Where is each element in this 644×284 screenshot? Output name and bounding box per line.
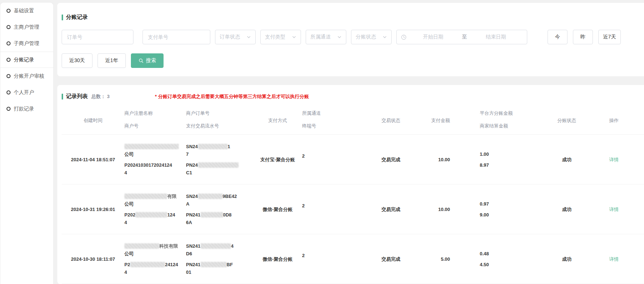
order-prefix: SN24	[186, 144, 198, 149]
last7days-button[interactable]: 近7天	[598, 30, 621, 44]
table-header: 创建时间 商户注册名称 商户号 商户订单号 支付交易流水号 支付方式 所属通道 …	[62, 106, 644, 135]
order-suffix: 9BE42	[223, 194, 237, 199]
terminal-value: 2	[302, 153, 305, 159]
sidebar-item-personal-account[interactable]: 个人开户	[0, 84, 53, 101]
search-icon	[139, 58, 144, 63]
pay-method-cell: 微信-聚合分账	[253, 206, 302, 213]
today-button[interactable]: 今	[548, 30, 567, 44]
split-status-cell: 成功	[540, 206, 594, 213]
main-content: 分账记录 订单状态 支付类型 所属通道 分账状态	[57, 0, 644, 284]
redacted-text	[130, 262, 165, 267]
filter-row-1: 订单状态 支付类型 所属通道 分账状态	[62, 30, 644, 44]
sidebar-item-split-account-review[interactable]: 分账开户审核	[0, 68, 53, 84]
detail-link[interactable]: 详情	[609, 157, 619, 162]
split-note: * 分账订单交易完成之后需要大概五分钟等第三方结算之后才可以执行分账	[155, 93, 309, 100]
sidebar-item-label: 分账开户审核	[14, 73, 44, 80]
redacted-text	[124, 194, 167, 199]
col-order-no: 商户订单号	[186, 110, 253, 117]
channel-select[interactable]: 所属通道	[306, 30, 346, 44]
date-range-picker[interactable]: 开始日期 至 结束日期	[396, 30, 527, 44]
col-merchant-settle: 商家结算金额	[480, 123, 540, 129]
chevron-down-icon	[247, 35, 251, 39]
order-suffix: 1	[228, 144, 230, 149]
platform-split-value: 0.48	[480, 250, 540, 257]
sidebar-item-base-settings[interactable]: 基础设置	[0, 3, 53, 19]
table-row: 2024-11-04 18:51:07 公司 P2024103017202412…	[62, 135, 644, 184]
select-value: 所属通道	[310, 34, 331, 40]
flow-suffix: BF	[227, 262, 233, 267]
app-root: 基础设置 主商户管理 子商户管理 分账记录 分账开户审核 个人开户 打款记录	[0, 0, 644, 284]
merchant-name-line2: 公司	[124, 250, 186, 257]
accent-bar	[62, 15, 63, 20]
redacted-text	[198, 194, 223, 199]
flow-line2: 01	[186, 268, 253, 276]
merchant-cell: 公司 P20241030172024124 4	[124, 143, 186, 177]
col-terminal-label: 终端号	[302, 123, 366, 129]
sidebar-item-payout-records[interactable]: 打款记录	[0, 101, 53, 117]
yesterday-button[interactable]: 昨	[573, 30, 593, 44]
pay-type-select[interactable]: 支付类型	[260, 30, 301, 44]
circle-icon	[7, 41, 11, 45]
col-channel-label: 所属通道	[302, 110, 366, 117]
last1year-button[interactable]: 近1年	[98, 53, 126, 68]
sidebar-item-label: 个人开户	[14, 89, 34, 96]
trade-status-cell: 交易完成	[366, 255, 416, 263]
created-cell: 2024-10-31 19:26:01	[62, 206, 124, 213]
total-label: 总数：3	[91, 93, 110, 100]
created-cell: 2024-11-04 18:51:07	[62, 156, 124, 163]
sidebar-item-label: 打款记录	[14, 106, 34, 112]
action-cell: 详情	[594, 206, 634, 213]
col-order: 商户订单号 支付交易流水号	[186, 106, 253, 134]
platform-split-value: 1.00	[480, 150, 540, 158]
chevron-down-icon	[292, 35, 296, 39]
trade-status-cell: 交易完成	[366, 156, 416, 163]
terminal-cell: 2	[302, 206, 366, 213]
order-line2: A	[186, 200, 253, 208]
order-status-select[interactable]: 订单状态	[215, 30, 256, 44]
circle-icon	[7, 90, 11, 94]
pay-amount-cell: 10.00	[416, 156, 471, 163]
redacted-text	[135, 212, 167, 218]
detail-link[interactable]: 详情	[609, 256, 619, 262]
chevron-down-icon	[337, 35, 342, 39]
order-cell: SN249BE42 A PN2410D8 6A	[186, 192, 253, 226]
sidebar-item-label: 基础设置	[14, 8, 34, 14]
redacted-text	[198, 144, 228, 149]
col-created: 创建时间	[62, 106, 124, 134]
accent-bar	[62, 94, 63, 100]
split-status-cell: 成功	[540, 156, 594, 163]
pay-no-input[interactable]	[143, 30, 210, 44]
search-button[interactable]: 搜索	[131, 53, 164, 68]
merchant-name-tail: 有限	[167, 194, 177, 199]
sidebar-item-sub-merchant[interactable]: 子商户管理	[0, 35, 53, 52]
terminal-value: 2	[302, 253, 305, 258]
detail-link[interactable]: 详情	[609, 207, 619, 212]
end-date-placeholder[interactable]: 结束日期	[469, 34, 523, 40]
col-trade-status: 交易状态	[366, 106, 416, 134]
filter-panel: 分账记录 订单状态 支付类型 所属通道 分账状态	[57, 3, 644, 76]
terminal-cell: 2	[302, 156, 366, 163]
last30days-button[interactable]: 近30天	[62, 53, 92, 68]
merchant-no-line1: P20241030172024124	[124, 161, 186, 169]
order-no-input[interactable]	[62, 30, 133, 44]
circle-icon	[7, 74, 11, 78]
col-merchant-no: 商户号	[124, 123, 186, 129]
sidebar-item-main-merchant[interactable]: 主商户管理	[0, 19, 53, 35]
merchant-settle-value: 4.50	[480, 261, 540, 268]
col-merchant-name: 商户注册名称	[124, 110, 186, 117]
order-prefix: SN24	[186, 194, 198, 199]
merchant-name-tail: 科技有限	[159, 243, 178, 249]
split-status-select[interactable]: 分账状态	[351, 30, 392, 44]
start-date-placeholder[interactable]: 开始日期	[406, 34, 460, 40]
col-split-amount: 平台方分账金额 商家结算金额	[471, 106, 540, 134]
order-line2: 7	[186, 150, 253, 158]
split-amount-cell: 0.97 9.00	[471, 200, 540, 219]
col-split-status: 分账状态	[540, 106, 594, 134]
col-channel: 所属通道 终端号	[302, 106, 366, 134]
split-amount-cell: 0.48 4.50	[471, 250, 540, 268]
sidebar-item-split-records[interactable]: 分账记录	[0, 52, 53, 68]
order-suffix: 4	[231, 243, 234, 249]
flow-line2: 6A	[186, 219, 253, 226]
platform-split-value: 0.97	[480, 200, 540, 208]
circle-icon	[7, 107, 11, 111]
